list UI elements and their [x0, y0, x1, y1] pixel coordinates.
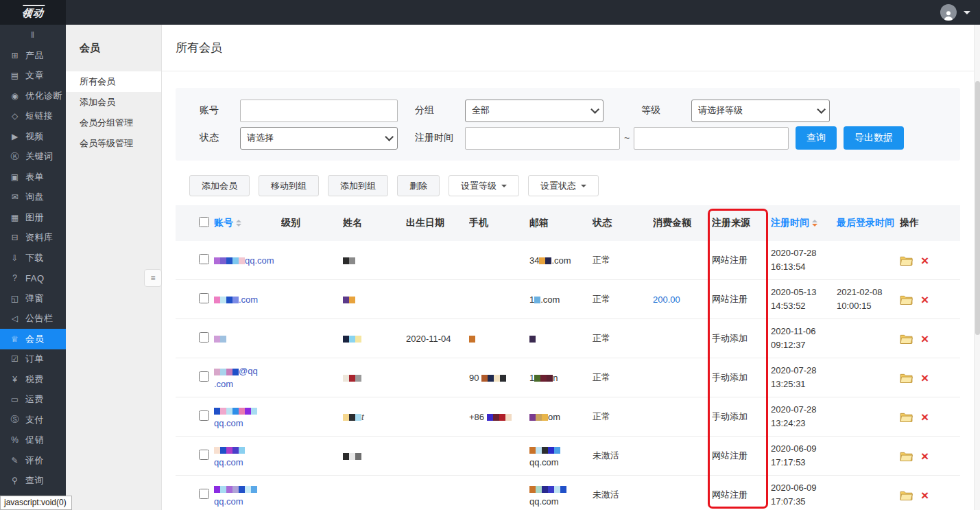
row-checkbox[interactable]	[199, 410, 209, 421]
row-checkbox[interactable]	[199, 254, 209, 264]
app-logo[interactable]: 领动	[0, 0, 66, 25]
cell-amount[interactable]: 200.00	[653, 294, 712, 305]
cell-operations: ×	[900, 254, 960, 267]
sidebar-item-articles[interactable]: ▤ 文章	[0, 66, 66, 86]
sidebar-item-keywords[interactable]: Ⓚ 关键词	[0, 147, 66, 167]
sidebar-item-tax[interactable]: ¥ 税费	[0, 369, 66, 390]
sidebar-item-inquiry[interactable]: ✉ 询盘	[0, 187, 66, 208]
add-member-button[interactable]: 添加会员	[189, 175, 250, 196]
sidebar-item-library[interactable]: ⊟ 资料库	[0, 228, 66, 248]
cell-name: t	[343, 412, 406, 422]
regtime-end-input[interactable]	[634, 127, 789, 150]
sidebar-item-forms[interactable]: ▣ 表单	[0, 167, 66, 187]
gallery-icon: ▦	[9, 213, 21, 222]
sidebar-item-bulletin[interactable]: ◁ 公告栏	[0, 309, 66, 329]
shipping-icon: ▭	[9, 395, 21, 404]
sidebar-item-shipping[interactable]: ▭ 运费	[0, 390, 66, 410]
account-link-line2[interactable]: qq.com	[214, 496, 243, 507]
sidebar-item-gallery[interactable]: ▦ 图册	[0, 207, 66, 228]
sidebar-item-orders[interactable]: ☑ 订单	[0, 349, 66, 370]
edit-folder-icon[interactable]	[900, 294, 913, 305]
sidebar-item-products[interactable]: ⊞ 产品	[0, 45, 66, 66]
delete-x-icon[interactable]: ×	[921, 410, 929, 424]
cell-status: 未激活	[593, 489, 653, 501]
sidebar-item-payment[interactable]: Ⓢ 支付	[0, 410, 66, 430]
chevron-down-icon	[590, 105, 599, 114]
user-avatar-icon[interactable]	[940, 4, 957, 21]
sidebar-item-members[interactable]: ♕ 会员	[0, 329, 66, 349]
delete-x-icon[interactable]: ×	[921, 371, 929, 384]
sidebar-item-search[interactable]: ⚲ 查询	[0, 471, 66, 491]
row-checkbox[interactable]	[199, 489, 209, 499]
submenu-item-all-members[interactable]: 所有会员	[66, 71, 161, 92]
level-select[interactable]: 请选择等级	[691, 100, 830, 122]
delete-x-icon[interactable]: ×	[921, 332, 929, 345]
delete-x-icon[interactable]: ×	[921, 450, 929, 463]
sidebar-item-download[interactable]: ⇩ 下载	[0, 248, 66, 268]
export-button[interactable]: 导出数据	[844, 126, 904, 150]
header-reg-time[interactable]: 注册时间	[771, 217, 837, 229]
sidebar-item-faq[interactable]: ? FAQ	[0, 268, 66, 289]
search-button[interactable]: 查询	[796, 126, 837, 150]
delete-button[interactable]: 删除	[397, 175, 440, 196]
edit-folder-icon[interactable]	[900, 373, 913, 383]
user-menu-caret-icon[interactable]	[964, 11, 970, 18]
status-tooltip: javascript:void(0)	[0, 496, 72, 510]
delete-x-icon[interactable]: ×	[921, 489, 929, 502]
sidebar-item-popup[interactable]: ◱ 弹窗	[0, 288, 66, 309]
cell-name	[343, 255, 406, 266]
cell-reg-source: 手动添加	[712, 410, 771, 423]
account-link[interactable]: .com	[239, 294, 258, 305]
sidebar-collapse-icon[interactable]: ‖	[0, 25, 66, 45]
set-status-button[interactable]: 设置状态	[528, 175, 599, 196]
regtime-start-input[interactable]	[465, 127, 620, 150]
edit-folder-icon[interactable]	[900, 451, 913, 461]
account-filter-input[interactable]	[240, 100, 398, 122]
sort-desc-icon	[812, 217, 817, 229]
sidebar-item-reviews[interactable]: ✎ 评价	[0, 450, 66, 471]
submenu-item-add-member[interactable]: 添加会员	[66, 92, 161, 113]
row-checkbox[interactable]	[199, 450, 209, 460]
sidebar-item-optimization[interactable]: ◉ 优化诊断	[0, 86, 66, 106]
row-checkbox[interactable]	[199, 293, 209, 303]
group-select[interactable]: 全部	[465, 100, 603, 122]
sidebar-item-promotion[interactable]: % 促销	[0, 430, 66, 451]
account-link-line2[interactable]: qq.com	[214, 457, 243, 467]
submenu-item-group-mgmt[interactable]: 会员分组管理	[66, 113, 161, 133]
cell-reg-time: 2020-06-0917:17:53	[771, 442, 837, 470]
members-table: 账号 级别 姓名 出生日期 手机 邮箱 状态 消费金额 注册来源 注册时间 最后…	[176, 205, 960, 510]
edit-folder-icon[interactable]	[900, 412, 913, 422]
status-select[interactable]: 请选择	[240, 127, 398, 150]
header-account[interactable]: 账号	[214, 217, 281, 229]
delete-x-icon[interactable]: ×	[921, 293, 929, 306]
submenu-panel: 会员 所有会员 添加会员 会员分组管理 会员等级管理	[66, 25, 162, 510]
scrollbar-thumb[interactable]	[975, 81, 980, 335]
edit-folder-icon[interactable]	[900, 490, 913, 500]
submenu-item-level-mgmt[interactable]: 会员等级管理	[66, 133, 161, 154]
delete-x-icon[interactable]: ×	[921, 254, 929, 267]
add-to-group-button[interactable]: 添加到组	[328, 175, 388, 196]
cell-operations: ×	[900, 410, 960, 424]
account-link[interactable]: qq.com	[245, 255, 274, 266]
select-all-checkbox[interactable]	[199, 217, 209, 227]
header-last-login[interactable]: 最后登录时间	[837, 217, 900, 229]
sidebar-item-shortlink[interactable]: ◇ 短链接	[0, 106, 66, 127]
panel-toggle-button[interactable]: ≡	[144, 269, 162, 287]
row-checkbox[interactable]	[199, 371, 209, 382]
account-link-line2[interactable]: qq.com	[214, 418, 243, 428]
cell-phone: 90	[469, 373, 529, 383]
cell-name	[343, 451, 406, 461]
cell-reg-time: 2020-07-2813:24:23	[771, 403, 837, 430]
edit-folder-icon[interactable]	[900, 334, 913, 344]
move-to-group-button[interactable]: 移动到组	[259, 175, 319, 196]
edit-folder-icon[interactable]	[900, 255, 913, 266]
cell-account: qq.com	[214, 254, 281, 267]
cell-birthdate: 2020-11-04	[406, 334, 469, 344]
products-icon: ⊞	[9, 51, 21, 60]
table-row: .com 1.com 正常 200.00 网站注册 2020-05-1314:5…	[176, 280, 960, 319]
set-level-button[interactable]: 设置等级	[449, 175, 519, 196]
account-link[interactable]: @qq	[239, 366, 258, 376]
account-link-line2[interactable]: .com	[214, 379, 233, 389]
row-checkbox[interactable]	[199, 332, 209, 343]
sidebar-item-video[interactable]: ▶ 视频	[0, 126, 66, 147]
